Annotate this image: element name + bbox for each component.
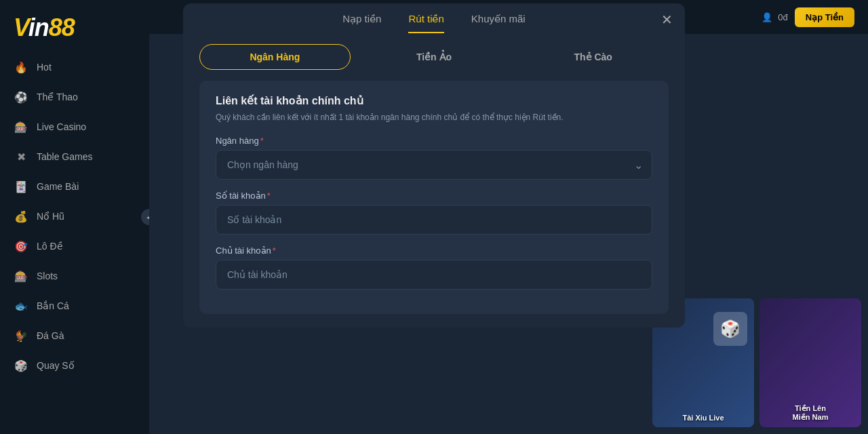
- modal-tabs: Nạp tiền Rút tiền Khuyến mãi ✕: [183, 3, 685, 33]
- link-account-section: Liên kết tài khoản chính chủ Quý khách c…: [199, 81, 669, 314]
- tab-naptien[interactable]: Nạp tiền: [342, 13, 381, 33]
- modal-body: Liên kết tài khoản chính chủ Quý khách c…: [183, 81, 685, 328]
- sub-tabs: Ngân Hàng Tiền Ảo Thẻ Cào: [183, 33, 685, 81]
- modal-backdrop: Nạp tiền Rút tiền Khuyến mãi ✕ Ngân Hàng…: [0, 0, 868, 434]
- account-holder-input[interactable]: [216, 260, 652, 290]
- tab-ruttien[interactable]: Rút tiền: [408, 13, 443, 33]
- bank-select-wrapper: Chọn ngân hàng ⌄: [216, 150, 652, 180]
- account-number-input[interactable]: [216, 205, 652, 235]
- account-number-form-group: Số tài khoản*: [216, 191, 652, 235]
- subtab-tienao[interactable]: Tiền Ảo: [359, 44, 510, 70]
- account-number-label: Số tài khoản*: [216, 191, 652, 201]
- account-holder-form-group: Chủ tài khoản*: [216, 245, 652, 290]
- link-account-desc: Quý khách cần liên kết với ít nhất 1 tài…: [216, 111, 652, 123]
- modal-close-button[interactable]: ✕: [661, 13, 673, 26]
- subtab-nganhang[interactable]: Ngân Hàng: [199, 44, 351, 70]
- link-account-title: Liên kết tài khoản chính chủ: [216, 94, 652, 107]
- subtab-thecao[interactable]: Thẻ Cào: [517, 44, 669, 70]
- bank-select[interactable]: Chọn ngân hàng: [216, 150, 652, 180]
- account-holder-label: Chủ tài khoản*: [216, 245, 652, 256]
- bank-form-group: Ngân hàng* Chọn ngân hàng ⌄: [216, 136, 652, 180]
- tab-khuyenmai[interactable]: Khuyến mãi: [471, 13, 526, 33]
- modal: Nạp tiền Rút tiền Khuyến mãi ✕ Ngân Hàng…: [183, 3, 685, 328]
- bank-label: Ngân hàng*: [216, 136, 652, 146]
